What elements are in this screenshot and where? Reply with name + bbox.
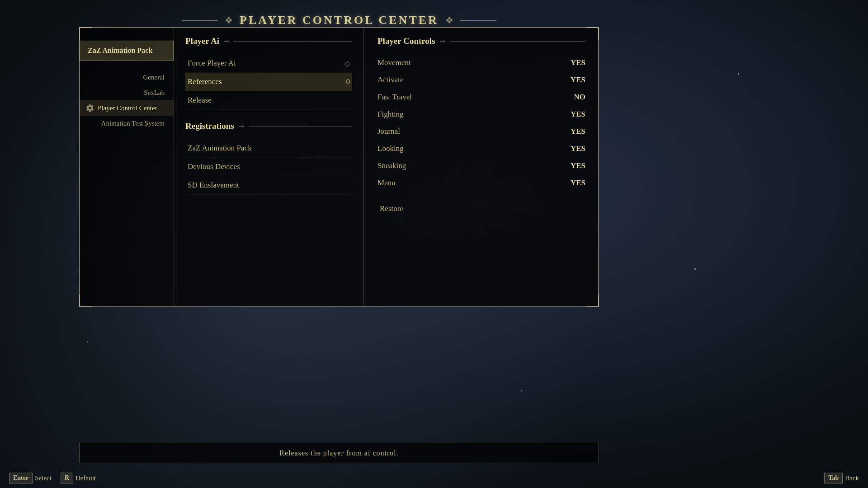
sidebar-item-player-control-center[interactable]: Player Control Center: [79, 100, 174, 116]
activate-row[interactable]: Activate YES: [377, 71, 585, 89]
devious-devices-item[interactable]: Devious Devices: [185, 158, 352, 176]
registrations-section: Registrations ⊸ ZaZ Animation Pack Devio…: [185, 121, 352, 195]
title-bar: ❖ PLAYER CONTROL CENTER ❖: [182, 14, 496, 27]
movement-row[interactable]: Movement YES: [377, 54, 585, 71]
player-controls-ornament-icon: ⊸: [440, 38, 445, 45]
references-item[interactable]: References 0: [185, 73, 352, 91]
diamond-icon: ◇: [344, 59, 350, 68]
middle-panel: Player Ai ⊸ Force Player Ai ◇ References…: [174, 27, 364, 307]
ornament-right-icon: ❖: [445, 15, 453, 26]
restore-label: Restore: [380, 204, 403, 213]
page-title: PLAYER CONTROL CENTER: [240, 14, 439, 27]
title-line-right: [460, 20, 496, 21]
devious-devices-label: Devious Devices: [188, 162, 240, 171]
looking-row[interactable]: Looking YES: [377, 140, 585, 157]
status-text: Releases the player from ai control.: [279, 449, 398, 457]
key-hints: Enter Select R Default Tab Back: [0, 473, 868, 483]
activate-value: YES: [571, 75, 585, 84]
references-value: 0: [346, 77, 350, 86]
enter-key: Enter: [9, 473, 33, 483]
status-bar: Releases the player from ai control.: [79, 443, 599, 463]
fast-travel-label: Fast Travel: [377, 93, 412, 102]
zaz-animation-pack-item[interactable]: ZaZ Animation Pack: [185, 139, 352, 158]
journal-row[interactable]: Journal YES: [377, 123, 585, 140]
sidebar-header[interactable]: ZaZ Animation Pack: [79, 41, 174, 61]
registrations-ornament-icon: ⊸: [239, 122, 244, 130]
r-key: R: [61, 473, 73, 483]
sidebar-item-general[interactable]: General: [79, 70, 174, 85]
sidebar-item-label: Animation Test System: [101, 120, 165, 127]
fast-travel-value: NO: [574, 93, 586, 102]
player-ai-title: Player Ai: [185, 36, 219, 46]
sd-enslavement-item[interactable]: SD Enslavement: [185, 176, 352, 195]
registrations-line: [249, 126, 352, 127]
movement-label: Movement: [377, 58, 411, 67]
player-ai-header: Player Ai ⊸: [185, 36, 352, 46]
player-controls-title: Player Controls: [377, 36, 435, 46]
enter-label: Select: [35, 474, 52, 482]
menu-row[interactable]: Menu YES: [377, 174, 585, 192]
player-ai-ornament-icon: ⊸: [224, 38, 229, 45]
r-label: Default: [75, 474, 96, 482]
tab-back-hint: Tab Back: [824, 473, 859, 483]
left-key-hints: Enter Select R Default: [9, 473, 96, 483]
force-player-ai-item[interactable]: Force Player Ai ◇: [185, 54, 352, 73]
fighting-value: YES: [571, 110, 585, 119]
zaz-animation-pack-label: ZaZ Animation Pack: [188, 144, 252, 153]
release-label: Release: [188, 96, 212, 105]
menu-value: YES: [571, 178, 585, 188]
tab-label: Back: [845, 474, 859, 482]
journal-label: Journal: [377, 127, 400, 136]
player-controls-line: [450, 41, 585, 42]
force-player-ai-label: Force Player Ai: [188, 59, 236, 68]
gear-icon: [86, 104, 94, 112]
sidebar-item-animation-test[interactable]: Animation Test System: [79, 116, 174, 131]
right-panel: Player Controls ⊸ Movement YES Activate …: [364, 27, 599, 307]
fighting-label: Fighting: [377, 110, 404, 119]
sidebar-item-label: General: [143, 74, 165, 81]
looking-value: YES: [571, 144, 585, 153]
sneaking-value: YES: [571, 161, 585, 170]
journal-value: YES: [571, 127, 585, 136]
sneaking-row[interactable]: Sneaking YES: [377, 157, 585, 174]
r-default-hint: R Default: [61, 473, 96, 483]
restore-button[interactable]: Restore: [377, 201, 585, 217]
ornament-left-icon: ❖: [225, 15, 233, 26]
sidebar-item-label: SexLab: [144, 89, 165, 96]
main-frame: ❖ PLAYER CONTROL CENTER ❖ ZaZ Animation …: [79, 27, 599, 307]
fighting-row[interactable]: Fighting YES: [377, 106, 585, 123]
sidebar: ZaZ Animation Pack General SexLab Player…: [79, 27, 174, 307]
sneaking-label: Sneaking: [377, 161, 406, 170]
release-item[interactable]: Release: [185, 91, 352, 110]
references-label: References: [188, 77, 222, 86]
movement-value: YES: [571, 58, 585, 67]
sidebar-item-sexlab[interactable]: SexLab: [79, 85, 174, 100]
sidebar-item-label: Player Control Center: [98, 104, 157, 112]
tab-key: Tab: [824, 473, 843, 483]
title-line-left: [182, 20, 218, 21]
activate-label: Activate: [377, 75, 404, 84]
enter-select-hint: Enter Select: [9, 473, 52, 483]
registrations-title: Registrations: [185, 121, 234, 131]
player-controls-header: Player Controls ⊸: [377, 36, 585, 46]
sidebar-header-text: ZaZ Animation Pack: [88, 47, 152, 54]
fast-travel-row[interactable]: Fast Travel NO: [377, 89, 585, 106]
sd-enslavement-label: SD Enslavement: [188, 181, 239, 190]
registrations-header: Registrations ⊸: [185, 121, 352, 131]
player-ai-line: [234, 41, 352, 42]
menu-label: Menu: [377, 178, 396, 188]
looking-label: Looking: [377, 144, 404, 153]
